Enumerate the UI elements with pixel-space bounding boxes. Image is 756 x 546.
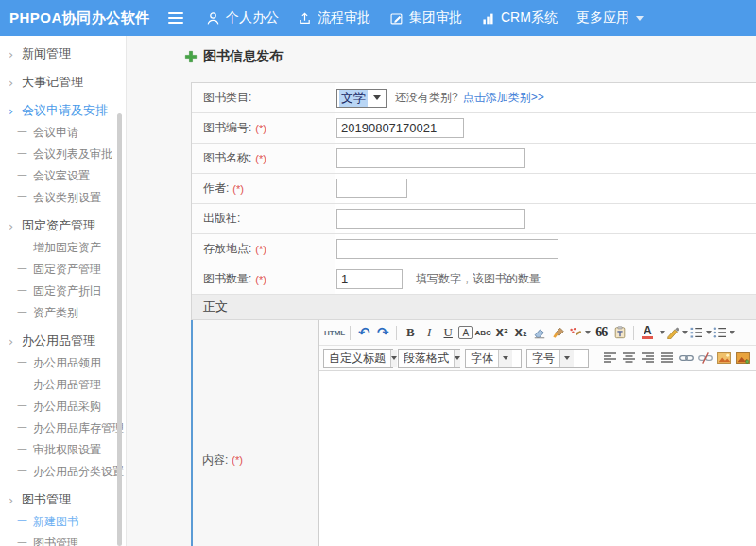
sidebar-scrollbar[interactable] (117, 113, 122, 546)
user-icon (206, 11, 220, 26)
dash-icon: 一 (17, 378, 27, 392)
ordered-list-icon (690, 327, 703, 338)
sidebar-item-book-manage[interactable]: 一图书管理 (0, 533, 126, 546)
sidebar-item-meeting-apply[interactable]: 一会议申请 (0, 122, 126, 144)
chevron-right-icon: › (9, 104, 19, 118)
image-button[interactable] (715, 350, 732, 367)
insert-media-button[interactable] (734, 350, 751, 367)
align-justify-icon (661, 352, 674, 364)
autotypeset-button[interactable]: A (458, 326, 472, 339)
align-center-button[interactable] (621, 350, 638, 367)
nav-more-apps[interactable]: 更多应用 (576, 9, 644, 26)
dash-icon: 一 (17, 306, 27, 320)
custom-title-select[interactable]: 自定义标题 (323, 349, 393, 368)
location-input[interactable] (336, 239, 558, 259)
dash-icon: 一 (17, 465, 27, 479)
required-mark: (*) (255, 244, 266, 255)
pen-icon (666, 327, 679, 339)
dash-icon: 一 (17, 147, 27, 162)
book-name-input[interactable] (336, 148, 525, 168)
hamburger-menu-icon[interactable] (168, 12, 183, 24)
sidebar-item-book-management[interactable]: › 图书管理 (0, 488, 126, 511)
editor-toolbar-row1: HTML ↶ ↷ B I U A ABC X² X₂ 66 (319, 320, 756, 346)
quantity-input[interactable] (336, 269, 403, 289)
chevron-right-icon: › (9, 47, 19, 61)
sidebar-item-fixed-asset-manage[interactable]: 一固定资产管理 (0, 259, 126, 281)
sidebar-item-meeting-category-settings[interactable]: 一会议类别设置 (0, 187, 126, 209)
bold-button[interactable]: B (402, 324, 419, 342)
strikethrough-button[interactable]: ABC (474, 324, 491, 342)
paragraph-format-select[interactable]: 段落格式 (398, 349, 460, 368)
sidebar-item-meeting-room-settings[interactable]: 一会议室设置 (0, 165, 126, 187)
publisher-input[interactable] (336, 209, 525, 229)
bg-color-button[interactable] (666, 324, 688, 342)
align-left-button[interactable] (602, 350, 619, 367)
sidebar-item-supplies-manage[interactable]: 一办公用品管理 (0, 374, 126, 396)
body-section-header: 正文 (192, 295, 756, 320)
unordered-list-icon (713, 327, 727, 338)
field-label: 图书类目: (203, 90, 251, 106)
sidebar-item-new-book[interactable]: 一新建图书 (0, 511, 126, 533)
eraser-button[interactable] (531, 324, 548, 342)
editor-content-area[interactable] (319, 371, 756, 546)
nav-group-approval[interactable]: 集团审批 (389, 9, 462, 26)
sidebar-item-meeting-management[interactable]: › 会议申请及安排 (0, 99, 126, 122)
unordered-list-button[interactable] (713, 324, 735, 342)
superscript-button[interactable]: X² (493, 324, 510, 342)
undo-button[interactable]: ↶ (355, 324, 372, 342)
category-note: 还没有类别? (395, 90, 458, 106)
sidebar-item-supplies-category-settings[interactable]: 一办公用品分类设置 (0, 461, 126, 483)
ordered-list-button[interactable] (690, 324, 712, 342)
align-justify-button[interactable] (659, 350, 676, 367)
redo-button[interactable]: ↷ (374, 324, 391, 342)
sidebar-item-approval-permission-settings[interactable]: 一审批权限设置 (0, 439, 126, 461)
unlink-button[interactable] (696, 350, 713, 367)
format-brush-button[interactable] (550, 324, 567, 342)
paste-button[interactable] (611, 324, 628, 342)
sidebar-item-add-fixed-asset[interactable]: 一增加固定资产 (0, 237, 126, 259)
nav-crm-system[interactable]: CRM系统 (481, 9, 558, 26)
category-select[interactable]: 文学 (336, 89, 387, 108)
required-mark: (*) (232, 454, 243, 466)
link-button[interactable] (678, 350, 695, 367)
subscript-button[interactable]: X₂ (512, 324, 529, 342)
chevron-right-icon: › (9, 76, 19, 90)
sidebar-item-fixed-assets-management[interactable]: › 固定资产管理 (0, 214, 126, 237)
sidebar-item-memorabilia-management[interactable]: › 大事记管理 (0, 71, 126, 94)
nav-personal-office[interactable]: 个人办公 (206, 9, 279, 26)
italic-button[interactable]: I (421, 324, 438, 342)
blockquote-button[interactable]: 66 (593, 324, 610, 342)
page-title: 图书信息发布 (184, 48, 283, 65)
font-family-select[interactable]: 字体 (465, 349, 522, 368)
caret-down-icon (636, 16, 644, 21)
book-number-input[interactable] (336, 118, 464, 138)
author-input[interactable] (336, 179, 407, 198)
highlight-button[interactable] (569, 324, 591, 342)
sidebar-item-supplies-inventory[interactable]: 一办公用品库存管理 (0, 418, 126, 439)
sidebar-item-office-supplies-management[interactable]: › 办公用品管理 (0, 330, 126, 352)
form-row-location: 存放地点:(*) (192, 234, 756, 264)
field-label: 图书编号: (203, 120, 251, 136)
rich-text-editor: HTML ↶ ↷ B I U A ABC X² X₂ 66 (318, 320, 756, 546)
spray-icon (569, 327, 582, 339)
add-category-link[interactable]: 点击添加类别>> (463, 90, 544, 106)
app-logo: PHPOA协同办公软件 (0, 9, 159, 27)
sidebar-item-fixed-asset-depreciation[interactable]: 一固定资产折旧 (0, 281, 126, 302)
sidebar-item-supplies-requisition[interactable]: 一办公用品领用 (0, 352, 126, 374)
nav-workflow-approval[interactable]: 流程审批 (298, 9, 370, 26)
dash-icon: 一 (17, 263, 27, 277)
align-right-button[interactable] (640, 350, 657, 367)
sidebar-item-news-management[interactable]: › 新闻管理 (0, 43, 126, 65)
html-source-button[interactable]: HTML (324, 324, 345, 342)
sidebar-item-asset-category[interactable]: 一资产类别 (0, 302, 126, 324)
form-row-publisher: 出版社: (192, 204, 756, 234)
caret-down-icon (585, 331, 591, 334)
sidebar-item-meeting-list-approval[interactable]: 一会议列表及审批 (0, 144, 126, 165)
font-size-select[interactable]: 字号 (526, 349, 589, 368)
dash-icon: 一 (17, 169, 27, 183)
underline-button[interactable]: U (439, 324, 456, 342)
chevron-right-icon: › (9, 493, 19, 507)
caret-down-icon (559, 350, 574, 367)
sidebar-item-supplies-purchase[interactable]: 一办公用品采购 (0, 396, 126, 418)
font-color-button[interactable]: A (639, 324, 656, 342)
